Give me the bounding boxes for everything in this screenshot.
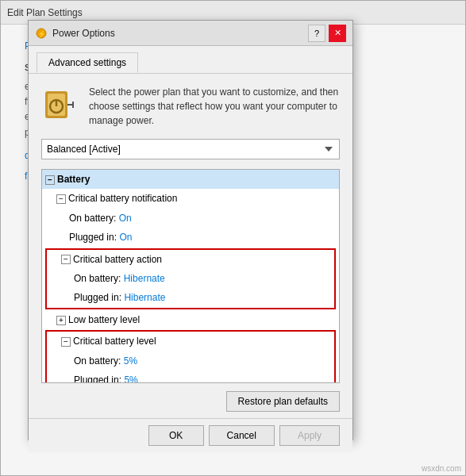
critical-action-group: −Critical battery action On battery: Hib… (45, 248, 336, 309)
tree-action-on-battery: On battery: Hibernate (47, 269, 334, 288)
power-options-icon: ⚡ (35, 27, 48, 40)
plan-description: Select the power plan that you want to c… (89, 85, 340, 128)
bg-title: Edit Plan Settings (7, 7, 83, 18)
low-battery-level-expander[interactable]: + (56, 316, 66, 325)
tree-action-plugged: Plugged in: Hibernate (47, 288, 334, 307)
tree-notif-plugged: Plugged in: On (42, 228, 339, 247)
tree-critical-notification[interactable]: −Critical battery notification (42, 189, 339, 208)
critical-notification-expander[interactable]: − (56, 194, 66, 204)
advanced-settings-tab[interactable]: Advanced settings (37, 52, 138, 73)
settings-tree[interactable]: −Battery −Critical battery notification … (41, 169, 340, 383)
battery-expander[interactable]: − (45, 175, 55, 185)
plan-dropdown[interactable]: Balanced [Active] High performance Power… (41, 139, 340, 159)
modal-title-buttons: ? ✕ (308, 25, 346, 42)
critical-action-expander[interactable]: − (61, 255, 71, 264)
svg-text:⚡: ⚡ (37, 29, 47, 39)
apply-button[interactable]: Apply (279, 425, 340, 446)
level-plugged-value[interactable]: 5% (124, 374, 137, 383)
notif-on-battery-value[interactable]: On (119, 213, 132, 224)
tree-low-battery-level[interactable]: +Low battery level (42, 310, 339, 329)
power-options-dialog: ⚡ Power Options ? ✕ Advanced settings (28, 20, 353, 440)
action-plugged-value[interactable]: Hibernate (124, 292, 165, 303)
critical-level-expander[interactable]: − (61, 337, 71, 347)
tree-critical-action[interactable]: −Critical battery action (47, 250, 334, 269)
tree-level-on-battery: On battery: 5% (47, 351, 334, 370)
tree-notif-on-battery: On battery: On (42, 209, 339, 228)
power-icon-section: Select the power plan that you want to c… (29, 74, 352, 136)
tree-critical-level[interactable]: −Critical battery level (47, 332, 334, 351)
cancel-button[interactable]: Cancel (209, 425, 275, 446)
restore-defaults-button[interactable]: Restore plan defaults (226, 391, 340, 412)
help-button[interactable]: ? (308, 25, 325, 42)
tree-battery[interactable]: −Battery (42, 170, 339, 189)
critical-level-group: −Critical battery level On battery: 5% P… (45, 330, 336, 383)
modal-tabs: Advanced settings (29, 46, 352, 74)
ok-button[interactable]: OK (148, 425, 204, 446)
notif-plugged-value[interactable]: On (119, 232, 132, 243)
power-icon (41, 85, 79, 123)
action-on-battery-value[interactable]: Hibernate (124, 273, 165, 284)
modal-title: Power Options (52, 28, 115, 39)
watermark: wsxdn.com (422, 464, 461, 473)
modal-titlebar: ⚡ Power Options ? ✕ (29, 21, 352, 46)
tree-level-plugged: Plugged in: 5% (47, 370, 334, 383)
modal-title-left: ⚡ Power Options (35, 27, 115, 40)
restore-section: Restore plan defaults (29, 383, 352, 418)
close-button[interactable]: ✕ (329, 25, 346, 42)
plan-dropdown-wrap: Balanced [Active] High performance Power… (29, 136, 352, 169)
modal-footer: OK Cancel Apply (29, 418, 352, 452)
level-on-battery-value[interactable]: 5% (124, 355, 137, 367)
